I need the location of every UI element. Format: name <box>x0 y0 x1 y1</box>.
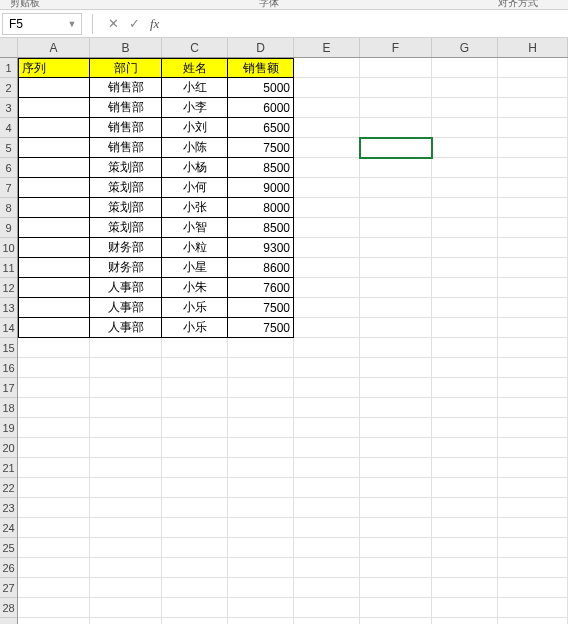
cell-D24[interactable] <box>228 518 294 538</box>
cell-B5[interactable]: 销售部 <box>90 138 162 158</box>
cell-B29[interactable] <box>90 618 162 624</box>
cell-G22[interactable] <box>432 478 498 498</box>
cell-A12[interactable] <box>18 278 90 298</box>
cell-G7[interactable] <box>432 178 498 198</box>
cell-E13[interactable] <box>294 298 360 318</box>
cell-C28[interactable] <box>162 598 228 618</box>
cell-F14[interactable] <box>360 318 432 338</box>
row-header-2[interactable]: 2 <box>0 78 17 98</box>
cell-H23[interactable] <box>498 498 568 518</box>
cell-B10[interactable]: 财务部 <box>90 238 162 258</box>
cell-F3[interactable] <box>360 98 432 118</box>
cell-A29[interactable] <box>18 618 90 624</box>
row-header-8[interactable]: 8 <box>0 198 17 218</box>
cell-E1[interactable] <box>294 58 360 78</box>
cell-A17[interactable] <box>18 378 90 398</box>
row-header-28[interactable]: 28 <box>0 598 17 618</box>
cell-H9[interactable] <box>498 218 568 238</box>
cell-D8[interactable]: 8000 <box>228 198 294 218</box>
formula-input[interactable] <box>164 13 568 35</box>
cell-B27[interactable] <box>90 578 162 598</box>
cell-H15[interactable] <box>498 338 568 358</box>
cell-B14[interactable]: 人事部 <box>90 318 162 338</box>
cell-H10[interactable] <box>498 238 568 258</box>
cell-G13[interactable] <box>432 298 498 318</box>
cell-B18[interactable] <box>90 398 162 418</box>
cell-C2[interactable]: 小红 <box>162 78 228 98</box>
row-header-11[interactable]: 11 <box>0 258 17 278</box>
cell-E29[interactable] <box>294 618 360 624</box>
cell-H1[interactable] <box>498 58 568 78</box>
cell-B2[interactable]: 销售部 <box>90 78 162 98</box>
col-header-F[interactable]: F <box>360 38 432 57</box>
cell-H7[interactable] <box>498 178 568 198</box>
cell-H28[interactable] <box>498 598 568 618</box>
cell-C24[interactable] <box>162 518 228 538</box>
cell-C26[interactable] <box>162 558 228 578</box>
cell-E20[interactable] <box>294 438 360 458</box>
cell-H24[interactable] <box>498 518 568 538</box>
cancel-icon[interactable]: ✕ <box>103 16 124 31</box>
cell-G3[interactable] <box>432 98 498 118</box>
cell-F1[interactable] <box>360 58 432 78</box>
cell-C23[interactable] <box>162 498 228 518</box>
cell-G6[interactable] <box>432 158 498 178</box>
cell-A3[interactable] <box>18 98 90 118</box>
cell-A6[interactable] <box>18 158 90 178</box>
cell-B3[interactable]: 销售部 <box>90 98 162 118</box>
row-header-26[interactable]: 26 <box>0 558 17 578</box>
accept-icon[interactable]: ✓ <box>124 16 145 31</box>
cell-G12[interactable] <box>432 278 498 298</box>
cell-G15[interactable] <box>432 338 498 358</box>
cell-D3[interactable]: 6000 <box>228 98 294 118</box>
cell-H22[interactable] <box>498 478 568 498</box>
cell-D11[interactable]: 8600 <box>228 258 294 278</box>
cell-C9[interactable]: 小智 <box>162 218 228 238</box>
cell-H6[interactable] <box>498 158 568 178</box>
cell-F4[interactable] <box>360 118 432 138</box>
cell-C25[interactable] <box>162 538 228 558</box>
row-header-25[interactable]: 25 <box>0 538 17 558</box>
row-header-13[interactable]: 13 <box>0 298 17 318</box>
cell-D22[interactable] <box>228 478 294 498</box>
row-header-12[interactable]: 12 <box>0 278 17 298</box>
cell-B17[interactable] <box>90 378 162 398</box>
cell-F6[interactable] <box>360 158 432 178</box>
cell-F9[interactable] <box>360 218 432 238</box>
cell-G14[interactable] <box>432 318 498 338</box>
cell-E27[interactable] <box>294 578 360 598</box>
cell-D18[interactable] <box>228 398 294 418</box>
cell-A23[interactable] <box>18 498 90 518</box>
cell-G5[interactable] <box>432 138 498 158</box>
cell-H3[interactable] <box>498 98 568 118</box>
cell-B9[interactable]: 策划部 <box>90 218 162 238</box>
row-header-21[interactable]: 21 <box>0 458 17 478</box>
cell-C15[interactable] <box>162 338 228 358</box>
cell-F20[interactable] <box>360 438 432 458</box>
cell-D21[interactable] <box>228 458 294 478</box>
cell-A7[interactable] <box>18 178 90 198</box>
cell-A21[interactable] <box>18 458 90 478</box>
cell-G1[interactable] <box>432 58 498 78</box>
cell-B11[interactable]: 财务部 <box>90 258 162 278</box>
cell-D5[interactable]: 7500 <box>228 138 294 158</box>
cell-H17[interactable] <box>498 378 568 398</box>
col-header-C[interactable]: C <box>162 38 228 57</box>
cell-G18[interactable] <box>432 398 498 418</box>
cell-G28[interactable] <box>432 598 498 618</box>
cell-E17[interactable] <box>294 378 360 398</box>
cell-B8[interactable]: 策划部 <box>90 198 162 218</box>
cell-H29[interactable] <box>498 618 568 624</box>
cell-H18[interactable] <box>498 398 568 418</box>
row-header-4[interactable]: 4 <box>0 118 17 138</box>
cell-E9[interactable] <box>294 218 360 238</box>
cell-D7[interactable]: 9000 <box>228 178 294 198</box>
cell-F18[interactable] <box>360 398 432 418</box>
cell-E18[interactable] <box>294 398 360 418</box>
cell-C22[interactable] <box>162 478 228 498</box>
cell-E6[interactable] <box>294 158 360 178</box>
cell-C27[interactable] <box>162 578 228 598</box>
cell-B20[interactable] <box>90 438 162 458</box>
cell-A2[interactable] <box>18 78 90 98</box>
cell-F19[interactable] <box>360 418 432 438</box>
